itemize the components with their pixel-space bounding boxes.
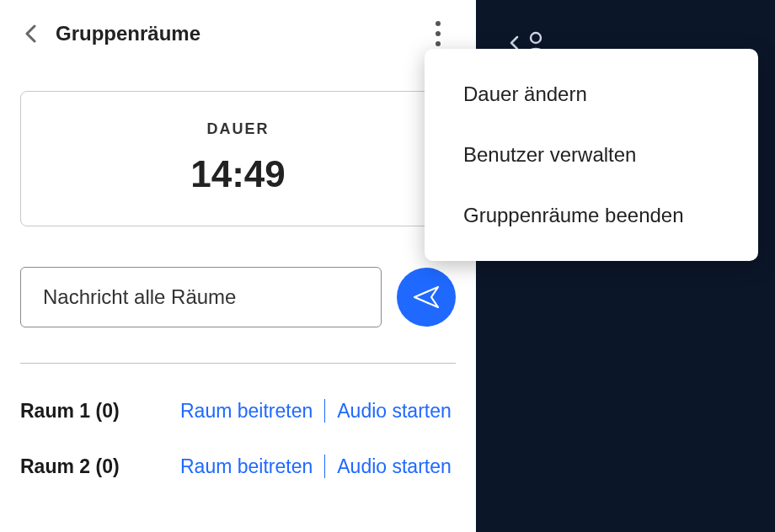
start-audio-link[interactable]: Audio starten [337, 400, 452, 423]
duration-time: 14:49 [21, 153, 455, 195]
menu-change-duration[interactable]: Dauer ändern [425, 64, 758, 125]
send-icon [413, 284, 440, 311]
section-divider [20, 363, 456, 364]
more-options-menu: Dauer ändern Benutzer verwalten Gruppenr… [425, 49, 758, 261]
chevron-left-icon [24, 24, 36, 43]
more-options-button[interactable] [425, 17, 451, 51]
room-actions: Raum beitreten Audio starten [180, 399, 452, 423]
send-button[interactable] [397, 268, 456, 327]
menu-manage-users[interactable]: Benutzer verwalten [425, 125, 758, 185]
join-room-link[interactable]: Raum beitreten [180, 400, 313, 423]
broadcast-message-row [20, 267, 456, 327]
kebab-dot-icon [436, 31, 441, 36]
join-room-link[interactable]: Raum beitreten [180, 455, 313, 478]
panel-header: Gruppenräume [20, 0, 456, 67]
duration-label: DAUER [21, 120, 455, 138]
room-actions: Raum beitreten Audio starten [180, 455, 452, 478]
kebab-dot-icon [436, 41, 441, 46]
room-name: Raum 1 (0) [20, 400, 180, 423]
broadcast-message-input[interactable] [20, 267, 382, 327]
start-audio-link[interactable]: Audio starten [337, 455, 452, 478]
room-row: Raum 2 (0) Raum beitreten Audio starten [20, 455, 456, 478]
action-separator [324, 455, 325, 478]
breakout-panel: Gruppenräume DAUER 14:49 Raum 1 (0) Raum… [0, 0, 476, 532]
kebab-dot-icon [436, 21, 441, 26]
svg-point-0 [531, 33, 541, 43]
room-row: Raum 1 (0) Raum beitreten Audio starten [20, 399, 456, 423]
action-separator [324, 399, 325, 423]
page-title: Gruppenräume [56, 22, 200, 45]
back-button[interactable] [20, 24, 40, 44]
duration-card: DAUER 14:49 [20, 91, 456, 226]
menu-end-breakout[interactable]: Gruppenräume beenden [425, 185, 758, 246]
room-name: Raum 2 (0) [20, 455, 180, 478]
